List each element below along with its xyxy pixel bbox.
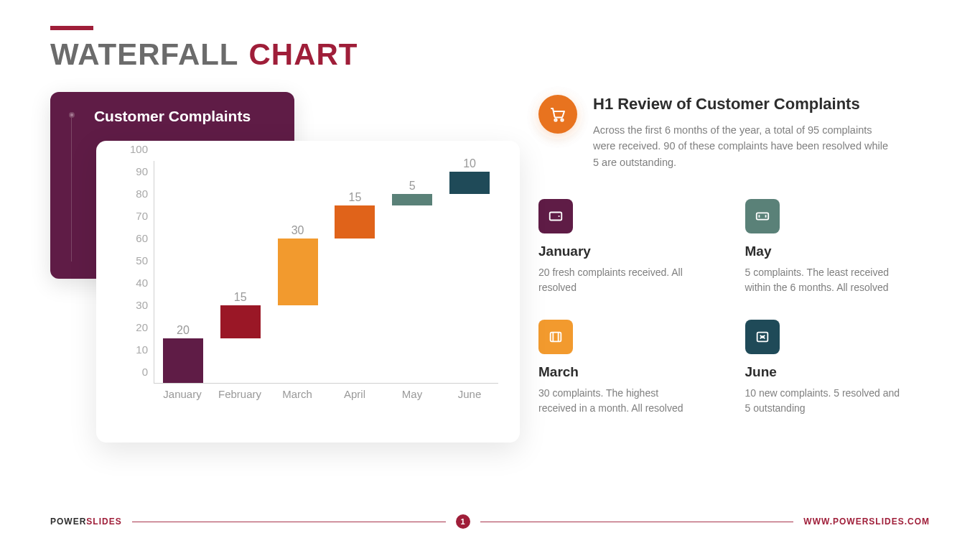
- y-tick: 60: [136, 232, 148, 244]
- bar-value-label: 15: [212, 291, 269, 304]
- chart-plot-area: 0102030405060708090100 20153015510: [111, 161, 498, 384]
- y-tick: 20: [136, 321, 148, 333]
- svg-rect-3: [756, 213, 768, 220]
- svg-point-1: [561, 119, 563, 121]
- waterfall-bar: [392, 194, 432, 205]
- waterfall-bar: [220, 305, 261, 338]
- bar-value-label: 20: [154, 324, 212, 337]
- title-accent-bar: [50, 26, 93, 30]
- chart-card: 0102030405060708090100 20153015510 Janua…: [96, 141, 520, 443]
- item-desc: 30 complaints. The highest received in a…: [538, 386, 696, 416]
- bar-value-label: 15: [326, 191, 383, 204]
- item-title: June: [745, 364, 930, 380]
- x-tick-label: April: [326, 388, 383, 400]
- chart-title: Customer Complaints: [50, 108, 294, 125]
- item-title: March: [538, 364, 724, 380]
- y-tick: 0: [142, 366, 148, 378]
- y-tick: 40: [136, 277, 148, 289]
- bar-column: 30: [269, 161, 327, 383]
- item-icon: [745, 320, 780, 354]
- month-item: March30 complaints. The highest received…: [538, 320, 724, 416]
- page-number-badge: 1: [456, 514, 470, 529]
- y-tick: 100: [130, 143, 148, 155]
- plot-region: 20153015510: [154, 161, 498, 384]
- y-tick: 80: [136, 187, 148, 200]
- item-title: January: [538, 244, 724, 259]
- waterfall-bar: [163, 338, 203, 383]
- y-tick: 30: [136, 299, 148, 311]
- x-tick-label: May: [383, 388, 441, 400]
- brand-left-a: POWER: [50, 517, 86, 527]
- footer-line-right: [480, 522, 794, 522]
- bar-column: 15: [326, 161, 383, 383]
- y-tick: 50: [136, 254, 148, 267]
- item-icon: [538, 199, 573, 233]
- y-tick: 70: [136, 210, 148, 222]
- bar-value-label: 5: [383, 180, 441, 193]
- waterfall-bar: [278, 239, 318, 305]
- waterfall-bar: [449, 172, 490, 194]
- bar-column: 10: [441, 161, 498, 383]
- bar-value-label: 10: [441, 157, 498, 170]
- footer: POWER SLIDES 1 WWW.POWERSLIDES.COM: [50, 514, 930, 529]
- footer-url: WWW.POWERSLIDES.COM: [803, 517, 930, 527]
- svg-rect-2: [550, 213, 562, 221]
- cart-icon: [538, 95, 577, 134]
- bars-container: 20153015510: [154, 161, 498, 383]
- brand-left-b: SLIDES: [86, 517, 121, 527]
- bar-column: 15: [212, 161, 269, 383]
- item-title: May: [745, 244, 930, 259]
- review-title: H1 Review of Customer Complaints: [593, 95, 895, 114]
- bar-column: 20: [154, 161, 212, 383]
- review-body: Across the first 6 months of the year, a…: [593, 122, 895, 170]
- title-right: CHART: [249, 37, 358, 72]
- decorative-dot: [69, 112, 75, 118]
- y-tick: 90: [136, 165, 148, 177]
- month-item: June10 new complaints. 5 resolved and 5 …: [745, 320, 930, 416]
- footer-line-left: [132, 522, 446, 522]
- item-icon: [538, 320, 573, 354]
- x-tick-label: March: [269, 388, 326, 400]
- x-tick-label: February: [211, 388, 269, 400]
- x-tick-label: June: [441, 388, 498, 400]
- item-desc: 5 complaints. The least received within …: [745, 265, 903, 295]
- item-icon: [745, 199, 780, 233]
- chart-panel: Customer Complaints 01020304050607080901…: [50, 92, 495, 444]
- svg-rect-4: [551, 333, 561, 342]
- item-desc: 10 new complaints. 5 resolved and 5 outs…: [745, 386, 903, 416]
- item-desc: 20 fresh complaints received. All resolv…: [538, 265, 696, 295]
- waterfall-bar: [335, 205, 375, 239]
- x-axis-labels: JanuaryFebruaryMarchAprilMayJune: [154, 388, 498, 400]
- decorative-line: [71, 118, 72, 261]
- page-title: WATERFALL CHART: [50, 37, 930, 72]
- right-panel: H1 Review of Customer Complaints Across …: [538, 92, 930, 444]
- title-left: WATERFALL: [50, 37, 239, 72]
- svg-point-0: [554, 119, 556, 121]
- bar-column: 5: [383, 161, 441, 383]
- month-item: January20 fresh complaints received. All…: [538, 199, 724, 295]
- month-items-grid: January20 fresh complaints received. All…: [538, 199, 930, 416]
- bar-value-label: 30: [269, 224, 327, 237]
- y-axis: 0102030405060708090100: [111, 161, 154, 384]
- month-item: May5 complaints. The least received with…: [745, 199, 930, 295]
- y-tick: 10: [136, 343, 148, 356]
- x-tick-label: January: [154, 388, 211, 400]
